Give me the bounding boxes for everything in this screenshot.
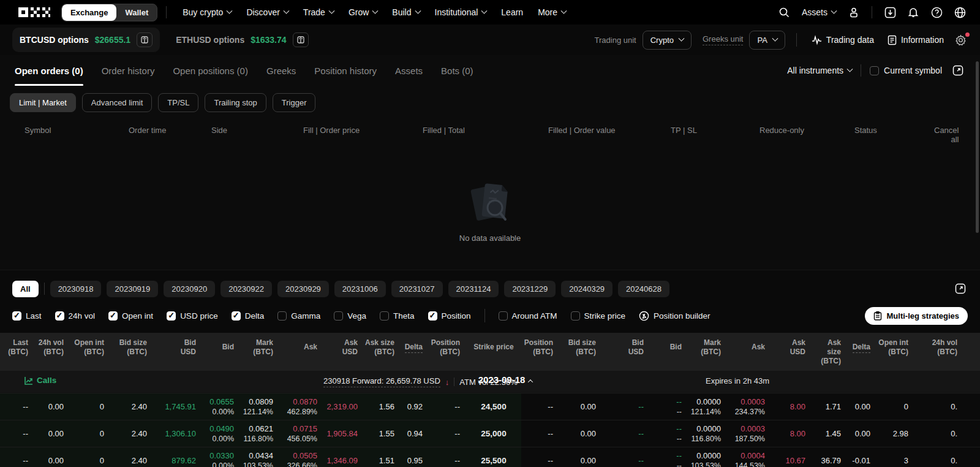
expiry-date-header[interactable]: 2023-09-18	[472, 374, 539, 385]
cell-ask[interactable]: 0.0715456.05%	[279, 420, 323, 447]
tab-bots[interactable]: Bots (0)	[441, 55, 473, 86]
toggle-around-atm[interactable]: Around ATM	[499, 311, 557, 321]
chevron-down-icon	[679, 35, 685, 41]
btc-ticker-label: BTCUSD options	[20, 35, 89, 45]
language-globe-icon[interactable]	[949, 2, 970, 23]
cell-bid[interactable]: 0.04900.00%	[202, 420, 240, 447]
filter-tpsl[interactable]: TP/SL	[158, 93, 198, 112]
filter-trailing-stop[interactable]: Trailing stop	[205, 93, 266, 112]
toggle-vega[interactable]: Vega	[334, 311, 366, 321]
toggle-open-int[interactable]: Open int	[108, 311, 153, 321]
expiry-tab[interactable]: 20240329	[561, 281, 612, 297]
tab-greeks[interactable]: Greeks	[266, 55, 296, 86]
all-instruments-select[interactable]: All instruments	[787, 66, 852, 75]
cell-bid[interactable]: ----	[650, 447, 688, 467]
expiry-tab[interactable]: 20230922	[221, 281, 272, 297]
btcusd-options-ticker[interactable]: BTCUSD options $26655.1	[12, 28, 160, 52]
expiry-tab[interactable]: 20230918	[50, 281, 102, 297]
tab-open-orders[interactable]: Open orders (0)	[15, 55, 83, 86]
nav-trade[interactable]: Trade	[296, 7, 341, 17]
ethusd-options-ticker[interactable]: ETHUSD options $1633.74	[168, 28, 315, 52]
tab-assets[interactable]: Assets	[395, 55, 423, 86]
nav-more[interactable]: More	[530, 7, 573, 17]
search-icon[interactable]	[774, 2, 794, 23]
toggle-theta[interactable]: Theta	[380, 311, 415, 321]
cell-last: --	[0, 393, 34, 420]
eth-orderbook-icon[interactable]	[293, 32, 309, 47]
cell-24h-vol: 0.00	[34, 447, 70, 467]
okx-logo[interactable]	[18, 7, 50, 17]
greeks-unit-select[interactable]: PA	[749, 31, 785, 50]
chain-row-25000[interactable]: -- 0.00 0 2.40 1,306.10 0.04900.00% 0.06…	[0, 420, 980, 447]
toggle-usd-price[interactable]: USD price	[167, 311, 218, 321]
nav-build[interactable]: Build	[385, 7, 427, 17]
cell-ask-size: 1.71	[812, 393, 847, 420]
expiry-date-tabs: All 20230918 20230919 20230920 20230922 …	[0, 275, 980, 302]
position-builder-icon	[639, 311, 649, 321]
cell-bid[interactable]: 0.03300.00%	[202, 447, 240, 467]
expiry-tab[interactable]: 20240628	[618, 281, 669, 297]
expiry-tab[interactable]: 20231006	[334, 281, 386, 297]
tab-open-positions[interactable]: Open positions (0)	[173, 55, 248, 86]
expiry-tab[interactable]: 20230929	[277, 281, 329, 297]
download-app-icon[interactable]	[880, 2, 900, 23]
btc-orderbook-icon[interactable]	[137, 32, 153, 47]
col-header: 24h vol(BTC)	[914, 333, 963, 371]
expiry-tab[interactable]: 20231027	[391, 281, 443, 297]
chain-row-25500[interactable]: -- 0.00 0 2.40 879.62 0.03300.00% 0.0434…	[0, 447, 980, 467]
col-header: Last(BTC)	[0, 333, 34, 371]
cancel-all-button[interactable]: Cancel all	[934, 126, 959, 144]
vertical-scrollbar[interactable]	[976, 61, 979, 233]
nav-assets[interactable]: Assets	[797, 7, 841, 17]
tab-order-history[interactable]: Order history	[102, 55, 155, 86]
toggle-24h-vol[interactable]: 24h vol	[55, 311, 96, 321]
column-toggle-row: Last 24h vol Open int USD price Delta Ga…	[0, 302, 980, 329]
filter-advanced-limit[interactable]: Advanced limit	[82, 93, 153, 112]
expiry-tab[interactable]: 20230920	[164, 281, 215, 297]
current-symbol-checkbox[interactable]: Current symbol	[870, 66, 942, 75]
eth-ticker-price: $1633.74	[251, 35, 286, 45]
trading-data-button[interactable]: Trading data	[808, 35, 878, 45]
document-icon	[888, 35, 897, 45]
filter-limit-market[interactable]: Limit | Market	[10, 93, 76, 112]
nav-discover[interactable]: Discover	[239, 7, 295, 17]
exchange-toggle-option[interactable]: Exchange	[62, 4, 116, 21]
cell-bid[interactable]: ----	[650, 420, 688, 447]
expiry-tab-all[interactable]: All	[12, 281, 39, 297]
trading-unit-select[interactable]: Crypto	[643, 31, 692, 50]
nav-institutional[interactable]: Institutional	[428, 7, 494, 17]
toggle-strike-price[interactable]: Strike price	[571, 311, 626, 321]
filter-trigger[interactable]: Trigger	[273, 93, 316, 112]
chain-row-24500[interactable]: -- 0.00 0 2.40 1,745.91 0.06550.00% 0.08…	[0, 393, 980, 420]
col-header: AskUSD	[771, 333, 812, 371]
cell-ask[interactable]: 0.0003187.50%	[727, 420, 771, 447]
nav-grow[interactable]: Grow	[341, 7, 385, 17]
multi-leg-strategies-button[interactable]: Multi-leg strategies	[865, 307, 968, 325]
expiry-tab[interactable]: 20231124	[448, 281, 499, 297]
toggle-last[interactable]: Last	[12, 311, 42, 321]
cell-ask[interactable]: 0.0003234.37%	[727, 393, 771, 420]
nav-divider	[872, 6, 872, 18]
toggle-gamma[interactable]: Gamma	[277, 311, 320, 321]
help-icon[interactable]	[926, 2, 947, 23]
information-button[interactable]: Information	[884, 35, 948, 45]
tab-position-history[interactable]: Position history	[314, 55, 377, 86]
wallet-toggle-option[interactable]: Wallet	[116, 4, 157, 21]
position-builder-button[interactable]: Position builder	[639, 311, 710, 321]
cell-ask[interactable]: 0.0505326.66%	[279, 447, 323, 467]
nav-learn[interactable]: Learn	[494, 7, 530, 17]
toggle-delta[interactable]: Delta	[232, 311, 265, 321]
settings-gear-icon[interactable]	[954, 34, 970, 46]
expiry-tab[interactable]: 20230919	[107, 281, 158, 297]
cell-ask[interactable]: 0.0004144.53%	[727, 447, 771, 467]
expiry-tab[interactable]: 20231229	[504, 281, 556, 297]
user-profile-icon[interactable]	[843, 2, 864, 23]
notifications-bell-icon[interactable]	[903, 2, 924, 23]
cell-bid[interactable]: 0.06550.00%	[202, 393, 240, 420]
cell-ask[interactable]: 0.0870462.89%	[279, 393, 323, 420]
nav-buy-crypto[interactable]: Buy crypto	[175, 7, 239, 17]
expand-chain-icon[interactable]	[953, 281, 968, 296]
toggle-position[interactable]: Position	[428, 311, 471, 321]
cell-bid[interactable]: ----	[650, 393, 688, 420]
expand-panel-icon[interactable]	[951, 63, 965, 78]
